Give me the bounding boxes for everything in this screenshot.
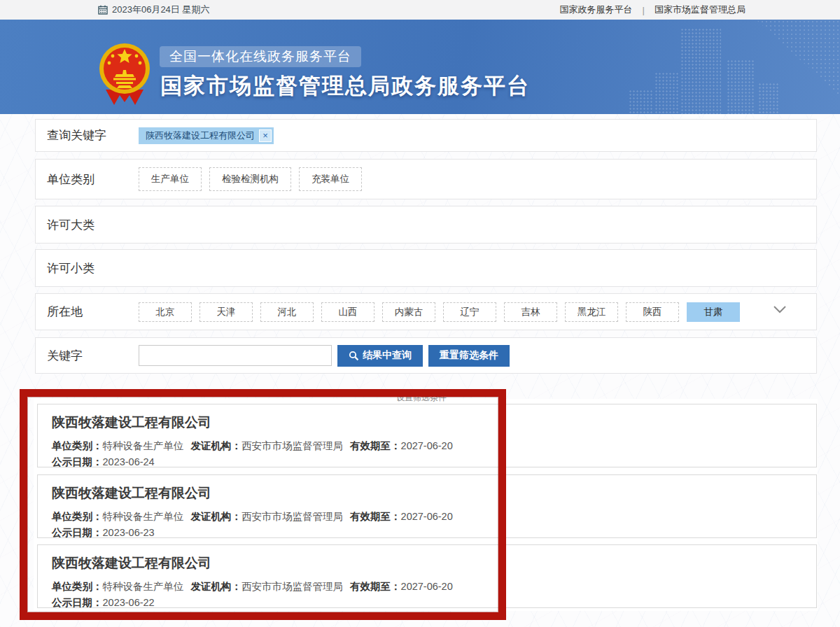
query-keyword-tag: 陕西牧落建设工程有限公司 × (139, 127, 274, 144)
clipped-filter-note: 设置筛选条件 (396, 392, 447, 404)
filter-row-keyword-search: 关键字 结果中查询 重置筛选条件 (35, 337, 817, 374)
reset-filters-label: 重置筛选条件 (440, 349, 498, 362)
province-heilongjiang[interactable]: 黑龙江 (565, 302, 618, 322)
building-decoration (758, 83, 779, 114)
publish-date-value: 2023-06-23 (103, 527, 155, 538)
province-beijing[interactable]: 北京 (139, 302, 192, 322)
search-icon (349, 351, 359, 361)
authority-field-label: 发证机构： (191, 440, 242, 451)
result-card[interactable]: 陕西牧落建设工程有限公司 单位类别：特种设备生产单位 发证机构：西安市市场监督管… (37, 474, 817, 538)
filter-row-location: 所在地 北京 天津 河北 山西 内蒙古 辽宁 吉林 黑龙江 陕西 甘肃 (35, 293, 817, 330)
top-utility-bar: 2023年06月24日 星期六 国家政务服务平台 | 国家市场监督管理总局 (0, 0, 840, 20)
link-samr-home[interactable]: 国家市场监督管理总局 (654, 3, 746, 16)
unit-category-option-production[interactable]: 生产单位 (139, 167, 202, 191)
province-liaoning[interactable]: 辽宁 (443, 302, 496, 322)
platform-badge: 全国一体化在线政务服务平台 (160, 46, 361, 67)
page: 2023年06月24日 星期六 国家政务服务平台 | 国家市场监督管理总局 (0, 0, 840, 627)
result-company-name[interactable]: 陕西牧落建设工程有限公司 (52, 414, 802, 432)
publish-date-value: 2023-06-24 (103, 456, 155, 467)
valid-until-value: 2027-06-20 (401, 511, 453, 522)
filter-row-license-major: 许可大类 (35, 206, 817, 244)
unit-category-option-inspection[interactable]: 检验检测机构 (209, 167, 291, 191)
result-meta: 单位类别：特种设备生产单位 发证机构：西安市市场监督管理局 有效期至：2027-… (52, 438, 802, 470)
building-decoration (727, 59, 755, 114)
result-meta: 单位类别：特种设备生产单位 发证机构：西安市市场监督管理局 有效期至：2027-… (52, 509, 802, 541)
search-in-results-label: 结果中查询 (363, 349, 412, 362)
valid-until-field-label: 有效期至： (350, 581, 401, 592)
result-company-name[interactable]: 陕西牧落建设工程有限公司 (52, 554, 802, 572)
unit-category-field-label: 单位类别： (52, 511, 103, 522)
building-decoration (654, 72, 678, 114)
date-text: 2023年06月24日 星期六 (112, 3, 209, 16)
chevron-down-icon[interactable] (773, 305, 787, 314)
province-gansu-selected[interactable]: 甘肃 (687, 302, 740, 322)
authority-field-label: 发证机构： (191, 581, 242, 592)
topbar-links: 国家政务服务平台 | 国家市场监督管理总局 (560, 3, 746, 16)
province-tianjin[interactable]: 天津 (200, 302, 253, 322)
unit-category-value: 特种设备生产单位 (103, 581, 184, 592)
link-national-gov-platform[interactable]: 国家政务服务平台 (560, 3, 633, 16)
publish-date-field-label: 公示日期： (52, 527, 103, 538)
result-company-name[interactable]: 陕西牧落建设工程有限公司 (52, 484, 802, 502)
province-shanxi[interactable]: 山西 (321, 302, 374, 322)
valid-until-value: 2027-06-20 (401, 440, 453, 451)
license-major-label: 许可大类 (36, 217, 139, 233)
page-title: 国家市场监督管理总局政务服务平台 (160, 71, 530, 101)
building-decoration (629, 90, 652, 114)
province-hebei[interactable]: 河北 (260, 302, 314, 322)
current-date: 2023年06月24日 星期六 (98, 3, 209, 16)
query-keyword-label: 查询关键字 (36, 127, 139, 143)
filter-row-unit-category: 单位类别 生产单位 检验检测机构 充装单位 (35, 159, 817, 199)
search-in-results-button[interactable]: 结果中查询 (337, 345, 423, 367)
publish-date-field-label: 公示日期： (52, 597, 103, 608)
result-meta: 单位类别：特种设备生产单位 发证机构：西安市市场监督管理局 有效期至：2027-… (52, 579, 802, 611)
province-neimenggu[interactable]: 内蒙古 (382, 302, 435, 322)
result-card[interactable]: 陕西牧落建设工程有限公司 单位类别：特种设备生产单位 发证机构：西安市市场监督管… (37, 544, 817, 608)
building-decoration (680, 28, 721, 114)
valid-until-field-label: 有效期至： (350, 511, 401, 522)
unit-category-value: 特种设备生产单位 (103, 440, 184, 451)
reset-filters-button[interactable]: 重置筛选条件 (428, 345, 510, 367)
calendar-icon (98, 5, 108, 15)
license-minor-label: 许可小类 (36, 260, 139, 276)
unit-category-field-label: 单位类别： (52, 440, 103, 451)
site-header: 全国一体化在线政务服务平台 国家市场监督管理总局政务服务平台 (0, 20, 840, 114)
province-jilin[interactable]: 吉林 (504, 302, 557, 322)
unit-category-value: 特种设备生产单位 (103, 511, 184, 522)
authority-value: 西安市市场监督管理局 (241, 440, 343, 451)
valid-until-field-label: 有效期至： (350, 440, 401, 451)
query-keyword-tag-text: 陕西牧落建设工程有限公司 (146, 129, 255, 142)
valid-until-value: 2027-06-20 (401, 581, 453, 592)
national-emblem (99, 41, 150, 108)
authority-value: 西安市市场监督管理局 (241, 581, 343, 592)
province-shaanxi[interactable]: 陕西 (626, 302, 679, 322)
publish-date-field-label: 公示日期： (52, 456, 103, 467)
unit-category-label: 单位类别 (36, 171, 139, 188)
publish-date-value: 2023-06-22 (103, 597, 155, 608)
authority-value: 西安市市场监督管理局 (241, 511, 343, 522)
keyword-input[interactable] (139, 345, 332, 366)
tag-close-icon[interactable]: × (259, 129, 272, 142)
keyword-label: 关键字 (36, 348, 139, 364)
filter-row-license-minor: 许可小类 (35, 249, 817, 287)
link-separator: | (643, 5, 645, 15)
unit-category-field-label: 单位类别： (52, 581, 103, 592)
authority-field-label: 发证机构： (191, 511, 242, 522)
location-label: 所在地 (36, 304, 139, 320)
unit-category-option-filling[interactable]: 充装单位 (299, 167, 362, 191)
result-card[interactable]: 陕西牧落建设工程有限公司 单位类别：特种设备生产单位 发证机构：西安市市场监督管… (37, 404, 817, 467)
filter-row-query-keyword: 查询关键字 陕西牧落建设工程有限公司 × (35, 119, 817, 152)
